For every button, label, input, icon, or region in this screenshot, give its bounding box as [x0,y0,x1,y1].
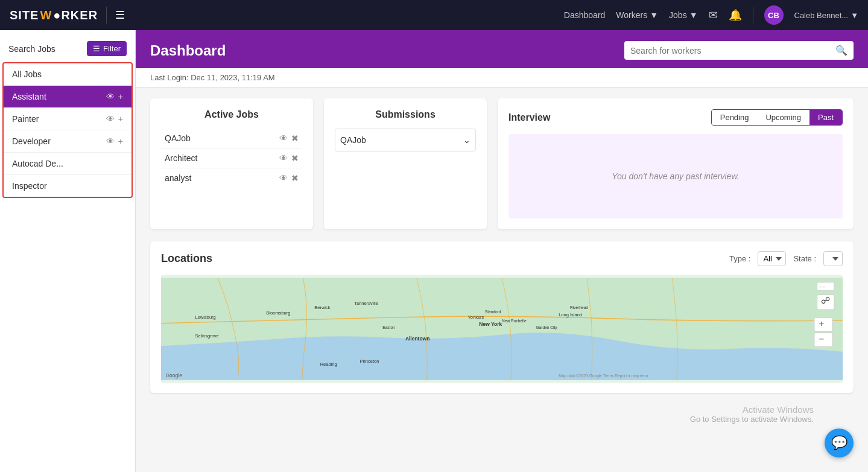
tab-past[interactable]: Past [809,110,842,125]
search-icon: 🔍 [835,45,847,56]
submission-item-qajob[interactable]: QAJob ⌄ [335,129,476,151]
eye-icon[interactable]: 👁 [279,133,288,143]
chat-button[interactable]: 💬 [825,429,854,458]
jobs-label: Jobs [669,10,687,20]
eye-icon[interactable]: 👁 [106,114,115,124]
tab-upcoming[interactable]: Upcoming [757,110,809,125]
sidebar-header: Search Jobs ☰ Filter [0,37,135,62]
type-select[interactable]: All [758,251,786,266]
workers-label: Workers [616,10,647,20]
eye-icon[interactable]: 👁 [106,92,115,101]
sidebar-item-assistant[interactable]: Assistant 👁 + [4,86,131,108]
state-label: State : [793,254,816,263]
svg-text:Allentown: Allentown [405,336,429,342]
sidebar-item-all-jobs[interactable]: All Jobs [4,63,131,86]
job-item-architect: Architect 👁 ✖ [161,148,302,168]
job-icons: 👁 ✖ [279,133,299,143]
svg-text:Princeton: Princeton [360,359,379,365]
submission-chevron-icon: ⌄ [463,135,470,145]
map-container: Lewisburg Bloomsburg Berwick Tannersvill… [161,275,843,383]
chat-icon: 💬 [831,435,847,451]
assistant-icons: 👁 + [106,92,123,101]
interview-tabs: Pending Upcoming Past [711,109,843,126]
state-select[interactable] [823,251,843,266]
nav-divider [753,7,753,24]
svg-text:New Rochelle: New Rochelle [502,319,527,323]
activate-windows-notice: Activate Windows Go to Settings to activ… [690,404,814,424]
interview-card: Interview Pending Upcoming Past You don'… [498,98,854,229]
nav-jobs[interactable]: Jobs ▼ [669,10,697,20]
job-icons: 👁 ✖ [279,153,299,163]
locations-filters: Type : All State : [729,251,843,266]
job-list: QAJob 👁 ✖ Architect 👁 ✖ [161,129,302,188]
sidebar-item-developer[interactable]: Developer 👁 + [4,130,131,153]
avatar: CB [764,5,784,25]
user-chevron-icon: ▼ [851,11,858,20]
dashboard-content: Active Jobs QAJob 👁 ✖ Architect [136,88,868,404]
svg-text:−: − [819,334,824,344]
navbar: SITEW●RKER ☰ Dashboard Workers ▼ Jobs ▼ … [0,0,868,30]
tab-pending[interactable]: Pending [712,110,758,125]
interview-empty-state: You don't have any past interview. [508,134,843,218]
inspector-label: Inspector [12,181,123,191]
eye-icon[interactable]: 👁 [279,173,288,183]
close-icon[interactable]: ✖ [291,153,299,163]
filter-button[interactable]: ☰ Filter [87,41,127,56]
plus-icon[interactable]: + [118,136,123,146]
user-menu[interactable]: Caleb Bennet... ▼ [794,11,859,20]
plus-icon[interactable]: + [118,114,123,124]
mail-icon[interactable]: ✉ [709,8,718,22]
interview-empty-message: You don't have any past interview. [612,171,739,181]
svg-text:+: + [819,318,824,328]
activate-line1: Activate Windows [690,404,814,415]
autocad-label: Autocad De... [12,159,123,168]
svg-text:Lewisburg: Lewisburg [195,314,216,320]
site-logo: SITEW●RKER [10,8,98,22]
svg-text:Selinsgrove: Selinsgrove [195,333,219,339]
close-icon[interactable]: ✖ [291,133,299,143]
sidebar-item-autocad[interactable]: Autocad De... [4,153,131,175]
last-login-text: Last Login: Dec 11, 2023, 11:19 AM [150,73,275,82]
submissions-card: Submissions QAJob ⌄ [324,98,487,229]
close-icon[interactable]: ✖ [291,173,299,183]
svg-text:Yonkers: Yonkers [468,314,484,320]
type-label: Type : [729,254,750,263]
page-title: Dashboard [150,42,226,59]
eye-icon[interactable]: 👁 [106,136,115,146]
locations-title: Locations [161,252,212,265]
painter-label: Painter [12,114,106,124]
search-jobs-label: Search Jobs [8,44,55,54]
nav-workers[interactable]: Workers ▼ [616,10,658,20]
cards-row: Active Jobs QAJob 👁 ✖ Architect [150,98,854,229]
svg-text:Tannersville: Tannersville [354,301,378,306]
sidebar-item-painter[interactable]: Painter 👁 + [4,108,131,130]
job-name: Architect [165,153,197,163]
sidebar: Search Jobs ☰ Filter All Jobs Assistant … [0,30,136,472]
menu-icon[interactable]: ☰ [115,8,125,22]
dashboard-header: Dashboard 🔍 [136,30,868,68]
active-jobs-card: Active Jobs QAJob 👁 ✖ Architect [150,98,313,229]
developer-icons: 👁 + [106,136,123,146]
job-item-analyst: analyst 👁 ✖ [161,168,302,188]
filter-label: Filter [103,44,121,53]
nav-dashboard[interactable]: Dashboard [564,10,606,20]
search-workers-input[interactable] [630,46,831,56]
logo-site: SITE [10,8,39,22]
user-name: Caleb Bennet... [794,11,849,20]
sidebar-item-inspector[interactable]: Inspector [4,175,131,197]
sidebar-list: All Jobs Assistant 👁 + Painter 👁 + Devel… [2,62,133,198]
plus-icon[interactable]: + [118,92,123,101]
svg-text:Easton: Easton [382,325,395,330]
all-jobs-label: All Jobs [12,69,123,79]
navbar-divider [106,7,107,24]
map-svg: Lewisburg Bloomsburg Berwick Tannersvill… [161,275,843,383]
logo-orker: ●RKER [53,8,98,22]
job-item-qajob: QAJob 👁 ✖ [161,129,302,148]
bell-icon[interactable]: 🔔 [729,8,742,22]
developer-label: Developer [12,136,106,146]
svg-text:- -: - - [820,284,825,290]
logo-w: W [40,8,52,22]
job-name: analyst [165,173,191,183]
eye-icon[interactable]: 👁 [279,153,288,163]
interview-title: Interview [508,112,550,123]
